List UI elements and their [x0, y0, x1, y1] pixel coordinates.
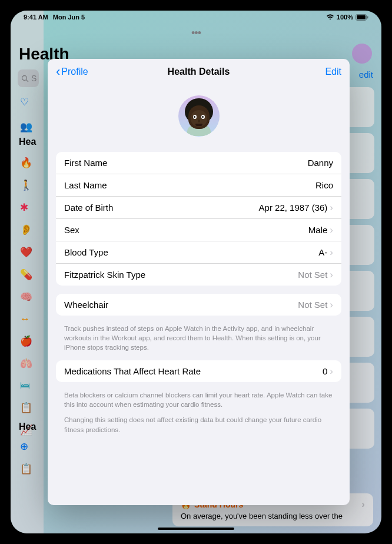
row-label: Date of Birth — [64, 203, 113, 213]
row-value: Not Set› — [298, 300, 333, 310]
row-value: Rico — [315, 180, 333, 190]
row-label: Fitzpatrick Skin Type — [64, 270, 145, 280]
back-label: Profile — [61, 67, 88, 77]
wheelchair-footer: Track pushes instead of steps on Apple W… — [64, 324, 333, 352]
chevron-right-icon: › — [330, 300, 333, 310]
personal-info-group: First Name Danny Last Name Rico Date of … — [56, 152, 341, 286]
row-label: Medications That Affect Heart Rate — [64, 366, 201, 376]
health-details-modal: ‹ Profile Health Details Edit — [48, 59, 350, 505]
skin-type-row[interactable]: Fitzpatrick Skin Type Not Set› — [56, 264, 341, 286]
avatar-section — [48, 85, 350, 152]
profile-avatar[interactable] — [178, 95, 220, 137]
dob-row[interactable]: Date of Birth Apr 22, 1987 (36)› — [56, 197, 341, 219]
memoji-icon — [181, 98, 217, 134]
last-name-row[interactable]: Last Name Rico — [56, 174, 341, 197]
chevron-right-icon: › — [330, 203, 333, 213]
row-value: Apr 22, 1987 (36)› — [259, 203, 333, 213]
screen: 9:41 AM Mon Jun 5 100% ••• Health S — [11, 11, 381, 533]
row-label: First Name — [64, 158, 107, 168]
back-button[interactable]: ‹ Profile — [56, 65, 88, 78]
row-label: Blood Type — [64, 247, 108, 257]
wheelchair-group: Wheelchair Not Set› — [56, 294, 341, 316]
row-label: Last Name — [64, 180, 107, 190]
chevron-right-icon: › — [330, 366, 333, 376]
first-name-row[interactable]: First Name Danny — [56, 152, 341, 174]
medications-footer: Beta blockers or calcium channel blocker… — [64, 390, 333, 434]
row-value: Danny — [308, 158, 333, 168]
blood-type-row[interactable]: Blood Type A-› — [56, 241, 341, 264]
medications-group: Medications That Affect Heart Rate 0› — [56, 360, 341, 382]
chevron-left-icon: ‹ — [56, 65, 60, 78]
row-label: Sex — [64, 225, 79, 235]
wheelchair-row[interactable]: Wheelchair Not Set› — [56, 294, 341, 316]
row-value: Male› — [308, 225, 333, 235]
modal-title: Health Details — [168, 67, 230, 77]
home-indicator[interactable] — [158, 528, 234, 530]
edit-button[interactable]: Edit — [325, 67, 341, 77]
modal-header: ‹ Profile Health Details Edit — [48, 59, 350, 85]
chevron-right-icon: › — [330, 225, 333, 235]
row-value: 0› — [323, 366, 333, 376]
ipad-device-frame: 9:41 AM Mon Jun 5 100% ••• Health S — [0, 0, 392, 544]
row-value: Not Set› — [298, 270, 333, 280]
sex-row[interactable]: Sex Male› — [56, 219, 341, 241]
row-value: A-› — [318, 247, 333, 257]
row-label: Wheelchair — [64, 300, 108, 310]
chevron-right-icon: › — [330, 247, 333, 257]
chevron-right-icon: › — [330, 270, 333, 280]
medications-row[interactable]: Medications That Affect Heart Rate 0› — [56, 360, 341, 382]
